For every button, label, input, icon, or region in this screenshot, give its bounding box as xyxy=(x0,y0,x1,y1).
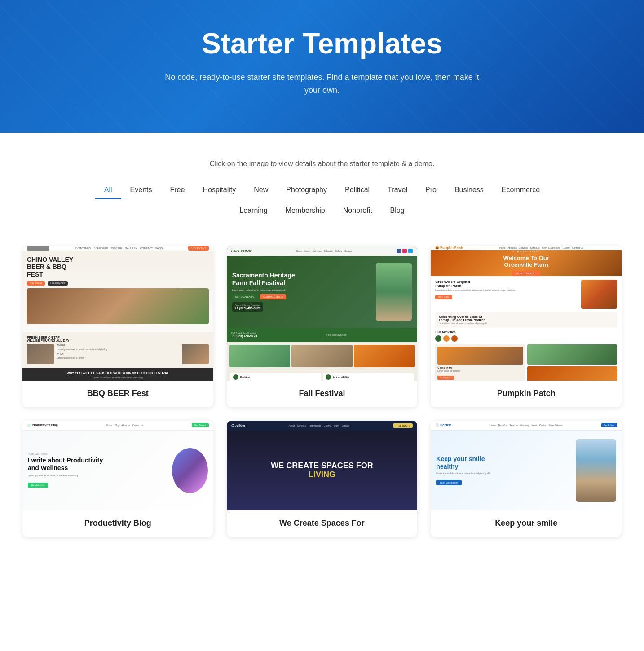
template-card-blog[interactable]: 📊 Productivity Blog Home Blog About us C… xyxy=(22,421,213,537)
hero-text: Hi, I'm Matt Reeves I write about Produc… xyxy=(28,453,103,488)
nav-link: Services xyxy=(297,424,306,427)
photo-btn: READ MORE xyxy=(437,376,454,380)
tab-membership[interactable]: Membership xyxy=(277,202,334,219)
mockup-nav-link: PRICING xyxy=(111,247,122,250)
tab-hospitality[interactable]: Hospitality xyxy=(194,181,245,198)
mockup-hero-text: Sacramento HeritageFarm Fall Festival Lo… xyxy=(232,272,376,312)
tab-political[interactable]: Political xyxy=(336,181,379,198)
tab-photography[interactable]: Photography xyxy=(277,181,336,198)
mockup-nav: Fall Festival Home About Activities Cale… xyxy=(227,246,418,256)
row2-desc: Lorem ipsum dolor sit amet consectetur a… xyxy=(439,322,613,325)
nav-links: Home About Us Services Warranty News Con… xyxy=(454,424,599,427)
filter-tabs-row1: All Events Free Hospitality New Photogra… xyxy=(18,181,626,198)
mockup-hero: CHINO VALLEYBEER & BBQFEST BUY EVENT LEA… xyxy=(22,251,213,332)
hero-text: We Create Spaces For Living xyxy=(271,462,373,479)
hero-btn: Book Appointment xyxy=(436,480,462,485)
right-photos xyxy=(527,344,617,381)
nav-link: Contact xyxy=(539,424,547,427)
hero-title: I write about Productivityand Wellness xyxy=(28,457,103,472)
photo-img xyxy=(437,347,523,365)
nav-link: Schedule xyxy=(530,246,540,249)
mockup-nav-link: EVENT INFO xyxy=(75,247,91,250)
hero-accent-text: Living xyxy=(271,471,373,479)
nav-link: News & Admission xyxy=(542,246,560,249)
tab-business[interactable]: Business xyxy=(446,181,493,198)
mockup-photo-grid xyxy=(227,342,418,370)
mockup-nav-btn: BUY EVENT xyxy=(188,246,209,251)
tab-pro[interactable]: Pro xyxy=(416,181,446,198)
tab-nonprofit[interactable]: Nonprofit xyxy=(334,202,381,219)
mockup-hero-image xyxy=(27,288,209,324)
feature-item: Parking xyxy=(230,373,321,381)
templates-grid: EVENT INFO SCHEDULE PRICING GALLERY CONT… xyxy=(0,228,644,555)
mockup-info-bar: Call To Ask Any Question +1 (323) 456-91… xyxy=(227,328,418,342)
tab-ecommerce[interactable]: Ecommerce xyxy=(493,181,549,198)
nav-link: Activities xyxy=(519,246,528,249)
content-image xyxy=(581,280,617,309)
photo-item xyxy=(229,345,291,367)
hero-desc: Lorem ipsum dolor sit amet consectetur a… xyxy=(28,474,103,477)
info-email: info@fallfestival.com xyxy=(326,334,413,336)
mockup-hero: We Create Spaces For Living xyxy=(227,431,418,510)
mockup-beer-section: FRESH BEER ON TAPWILL BE POURING ALL DAY… xyxy=(22,332,213,368)
nav-link: New Patients xyxy=(549,424,562,427)
nav-links: Home Blog About us Contact us xyxy=(61,424,189,427)
mockup-logo: Fall Festival xyxy=(231,249,252,253)
template-card-festival[interactable]: Fall Festival Home About Activities Cale… xyxy=(227,246,418,407)
template-card-bbq[interactable]: EVENT INFO SCHEDULE PRICING GALLERY CONT… xyxy=(22,246,213,407)
photo-item xyxy=(354,345,415,367)
template-preview-builder: ⬡ builder About Services Testimonials Ga… xyxy=(227,421,418,510)
tab-travel[interactable]: Travel xyxy=(379,181,416,198)
template-title-dentist: Keep your smile xyxy=(431,510,622,537)
tab-events[interactable]: Events xyxy=(121,181,161,198)
tab-free[interactable]: Free xyxy=(161,181,194,198)
mockup-logo: 📊 Productivity Blog xyxy=(27,423,58,427)
nav-btn: Book Now xyxy=(601,423,617,427)
template-preview-bbq: EVENT INFO SCHEDULE PRICING GALLERY CONT… xyxy=(22,246,213,381)
tab-all[interactable]: All xyxy=(95,181,121,198)
mockup-section-title: FRESH BEER ON TAPWILL BE POURING ALL DAY xyxy=(27,336,209,342)
nav-link: About us xyxy=(121,424,130,427)
tab-blog[interactable]: Blog xyxy=(381,202,414,219)
photo-img xyxy=(527,344,617,365)
photo-desc: Lorem ipsum consectetur xyxy=(437,370,523,372)
mockup-hero-text: Now Open Every Welcome To OurGreenville … xyxy=(503,250,549,276)
mockup-cols: WHERE Lorem ipsum dolor sit amet, consec… xyxy=(27,344,209,364)
content-btn: BUY NOW xyxy=(435,295,452,299)
template-preview-dentist: 🦷 Dentist Home About Us Services Warrant… xyxy=(431,421,622,510)
mockup-fest-sub: Lorem ipsum dolor sit amet consectetur a… xyxy=(232,289,376,291)
tab-learning[interactable]: Learning xyxy=(230,202,276,219)
mockup-nav-link: GALLERY xyxy=(125,247,137,250)
divider xyxy=(322,330,322,339)
btn-closing: CLOSING EVENTS xyxy=(260,294,286,299)
photo-title: Come In Us xyxy=(437,366,523,369)
mockup-col-image xyxy=(27,344,54,364)
mockup-col-image2 xyxy=(182,344,209,364)
mockup-fest-title: Sacramento HeritageFarm Fall Festival xyxy=(232,272,376,287)
nav-link: Gallery xyxy=(324,424,331,427)
hero-title: Keep your smilehealthy xyxy=(436,455,571,471)
template-card-dentist[interactable]: 🦷 Dentist Home About Us Services Warrant… xyxy=(431,421,622,537)
filter-section: Click on the image to view details about… xyxy=(0,133,644,228)
mockup-badge2: LEARN MORE xyxy=(48,281,68,286)
tab-new[interactable]: New xyxy=(245,181,277,198)
mockup-hero: Sacramento HeritageFarm Fall Festival Lo… xyxy=(227,256,418,328)
mockup-logo: 🎃 Pumpkin Patch xyxy=(435,246,463,250)
mockup-why-sub: Lorem ipsum dolor sit amet consectetur a… xyxy=(27,376,209,379)
nav-link: Home xyxy=(499,246,505,249)
template-card-pumpkin[interactable]: 🎃 Pumpkin Patch Home About Us Activities… xyxy=(431,246,622,407)
nav-link: Blog xyxy=(115,424,119,427)
nav-link: Services xyxy=(509,424,518,427)
hero-title: Welcome To OurGreenville Farm xyxy=(503,255,549,268)
content-text: Greenville's OriginalPumpkin Patch Lorem… xyxy=(435,280,578,309)
nav-link: Contact Us xyxy=(572,246,583,249)
nav-link: Testimonials xyxy=(309,424,321,427)
nav-links: About Services Testimonials Gallery Team… xyxy=(249,424,389,427)
template-title-festival: Fall Festival xyxy=(227,381,418,407)
mockup-logo: 🦷 Dentist xyxy=(435,423,451,427)
nav-link: About Us xyxy=(508,246,517,249)
template-card-builder[interactable]: ⬡ builder About Services Testimonials Ga… xyxy=(227,421,418,537)
mockup-badge: BUY EVENT xyxy=(27,281,45,286)
nav-link: Contact xyxy=(342,424,349,427)
mockup-social-icons xyxy=(397,249,413,253)
